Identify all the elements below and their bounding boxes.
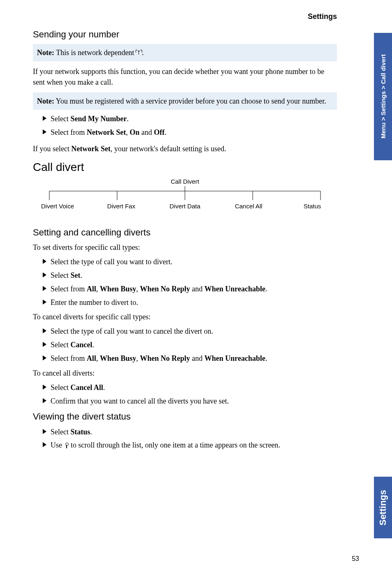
text: Select xyxy=(51,341,70,349)
diagram-leaf: Divert Data xyxy=(160,203,210,210)
setting-intro2: To cancel diverts for specific call type… xyxy=(33,311,337,322)
term: When No Reply xyxy=(140,354,190,362)
bullet-icon xyxy=(43,442,46,447)
text: Select from xyxy=(51,354,87,362)
diagram-leaf: Cancel All xyxy=(224,203,273,210)
text: . xyxy=(127,115,129,123)
diagram-leaf: Divert Voice xyxy=(33,203,82,210)
sending-bullets: Select Send My Number. Select from Netwo… xyxy=(43,113,337,138)
bullet-icon xyxy=(43,259,46,264)
text: and xyxy=(190,285,205,293)
side-tab-breadcrumb-text: Menu > Settings > Call divert xyxy=(380,54,387,138)
term: When Unreachable xyxy=(205,285,265,293)
call-divert-heading: Call divert xyxy=(33,161,337,174)
term: Network Set xyxy=(87,128,126,136)
note-text: You must be registered with a service pr… xyxy=(54,97,326,105)
term: Cancel All xyxy=(70,383,103,392)
term: All xyxy=(87,354,96,362)
setting-bullets-2: Select the type of call you want to canc… xyxy=(43,325,337,364)
side-tab-breadcrumb: Menu > Settings > Call divert xyxy=(374,33,392,160)
bullet-item: Select Cancel All. xyxy=(43,382,337,394)
diagram-leaf: Status xyxy=(288,203,337,210)
text: Use xyxy=(51,441,64,449)
text: . xyxy=(103,383,105,392)
sending-note-2: Note: You must be registered with a serv… xyxy=(33,92,337,110)
diagram-root: Call Divert xyxy=(33,178,337,185)
sending-body: If your network supports this function, … xyxy=(33,66,337,88)
bullet-icon xyxy=(43,328,46,333)
text: Select from xyxy=(51,128,87,136)
setting-bullets-3: Select Cancel All. Confirm that you want… xyxy=(43,382,337,407)
text: to scroll through the list, only one ite… xyxy=(69,441,280,449)
text: Select xyxy=(51,428,70,436)
bullet-item: Confirm that you want to cancel all the … xyxy=(43,395,337,407)
bullet-item: Select Status. xyxy=(43,426,337,438)
text: Select from xyxy=(51,285,87,293)
sending-heading: Sending your number xyxy=(33,29,337,40)
term: Status xyxy=(70,428,90,436)
setting-intro1: To set diverts for specific call types: xyxy=(33,242,337,253)
bullet-item: Select Set. xyxy=(43,270,337,281)
term: When Busy xyxy=(100,354,136,362)
term: On xyxy=(129,128,139,136)
text: If you select xyxy=(33,145,71,153)
call-divert-diagram: Call Divert Divert Voice Divert Fax Dive… xyxy=(33,178,337,215)
bullet-item: Use to scroll through the list, only one… xyxy=(43,439,337,451)
bullet-icon xyxy=(43,355,46,360)
bullet-item: Select from All, When Busy, When No Repl… xyxy=(43,353,337,364)
term: When No Reply xyxy=(140,285,190,293)
term: Cancel xyxy=(70,341,92,349)
text: Select xyxy=(51,115,70,123)
text: and xyxy=(139,128,154,136)
side-tab-chapter-text: Settings xyxy=(378,490,388,526)
viewing-heading: Viewing the divert status xyxy=(33,411,337,422)
bullet-item: Select Send My Number. xyxy=(43,113,337,125)
bullet-item: Select from Network Set, On and Off. xyxy=(43,127,337,138)
sending-body2: If you select Network Set, your network'… xyxy=(33,143,337,154)
text: Select xyxy=(51,271,70,279)
bullet-icon xyxy=(43,398,46,403)
text: . xyxy=(90,428,92,436)
setting-heading: Setting and cancelling diverts xyxy=(33,227,337,238)
text: Select the type of call you want to canc… xyxy=(51,325,213,337)
term: Network Set xyxy=(71,145,110,153)
setting-intro3: To cancel all diverts: xyxy=(33,368,337,378)
setting-bullets-1: Select the type of call you want to dive… xyxy=(43,256,337,308)
diagram-lines xyxy=(33,186,337,202)
text: Enter the number to divert to. xyxy=(51,297,138,309)
text: . xyxy=(92,341,94,349)
bullet-icon xyxy=(43,342,46,347)
note-text: This is network dependent xyxy=(54,48,136,57)
note-label: Note: xyxy=(37,48,54,57)
side-tab-chapter: Settings xyxy=(374,477,392,538)
text: , xyxy=(136,285,140,293)
text: . xyxy=(164,128,166,136)
bullet-icon xyxy=(43,286,46,291)
bullet-item: Select the type of call you want to canc… xyxy=(43,325,337,337)
antenna-icon xyxy=(136,49,142,56)
bullet-item: Select the type of call you want to dive… xyxy=(43,256,337,268)
text: Select xyxy=(51,383,70,392)
text: and xyxy=(190,354,205,362)
text: . xyxy=(265,285,267,293)
text: , xyxy=(96,285,100,293)
bullet-icon xyxy=(43,429,46,434)
bullet-icon xyxy=(43,116,46,121)
viewing-bullets: Select Status. Use to scroll through the… xyxy=(43,426,337,452)
bullet-item: Select Cancel. xyxy=(43,339,337,351)
text: , your network's default setting is used… xyxy=(111,145,226,153)
sending-note-1: Note: This is network dependent . xyxy=(33,44,337,61)
note-label: Note: xyxy=(37,97,54,105)
diagram-leaf: Divert Fax xyxy=(97,203,146,210)
term: Set xyxy=(70,271,80,279)
page-content: Settings Sending your number Note: This … xyxy=(33,12,337,454)
page-header-section: Settings xyxy=(33,12,337,21)
term: When Unreachable xyxy=(205,354,265,362)
nav-key-icon xyxy=(64,443,69,448)
bullet-icon xyxy=(43,300,46,304)
text: . xyxy=(265,354,267,362)
text: . xyxy=(80,271,82,279)
bullet-icon xyxy=(43,385,46,390)
text: , xyxy=(136,354,140,362)
bullet-item: Enter the number to divert to. xyxy=(43,297,337,309)
